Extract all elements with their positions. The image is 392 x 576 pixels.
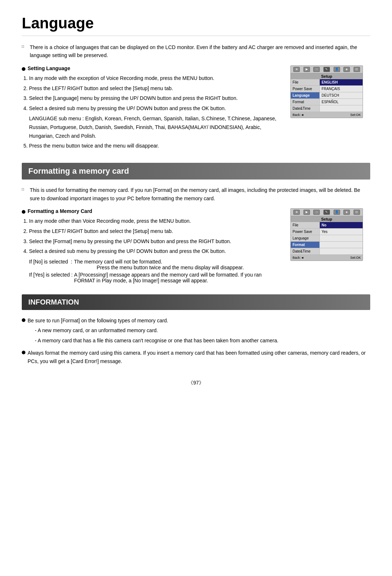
camera-menu-icons-1: ⊕ ▶ □ ✎ 👤 ◈ ⊡ <box>291 66 363 73</box>
info-bullet-1-content: Be sure to run [Format] on the following… <box>28 317 278 347</box>
square-icon-2: □ <box>22 187 27 191</box>
cam-label-5: Date&Time <box>291 105 320 112</box>
cam2-row-3: Language <box>291 235 363 242</box>
cam-label-4: Format <box>291 99 320 105</box>
info-sub-list-1: - A new memory card, or an unformatted m… <box>28 326 278 345</box>
cam-icon-6: ◈ <box>343 67 350 72</box>
language-intro-block: □ There is a choice of languages that ca… <box>22 43 370 60</box>
cam-value-4: ESPAÑOL <box>320 99 363 105</box>
formatting-steps-label: Formatting a Memory Card <box>28 208 92 214</box>
cam2-label-2: Power Save <box>291 229 320 235</box>
if-yes-row: If [Yes] is selected : A [Processing!] m… <box>29 270 283 283</box>
bullet-dot <box>22 67 25 71</box>
if-yes-text: A [Processing!] message appears and the … <box>74 270 283 283</box>
camera-menu-1: ⊕ ▶ □ ✎ 👤 ◈ ⊡ Setup File ENGLISH Power S… <box>290 65 363 118</box>
cam-icon-2-2: ▶ <box>303 210 310 215</box>
if-blocks: If [No] is selected : The memory card wi… <box>22 259 283 283</box>
setting-language-label: Setting Language <box>28 65 70 71</box>
cam-row-2: Power Save FRANÇAIS <box>291 86 363 92</box>
cam-icon-7: ⊡ <box>354 67 360 72</box>
cam-icon-5: 👤 <box>334 67 340 72</box>
formatting-content: Formatting a Memory Card In any mode oth… <box>22 208 370 283</box>
footer-set-2: Set:OK <box>350 256 361 259</box>
if-table: If [No] is selected : The memory card wi… <box>29 259 283 283</box>
setting-language-header: Setting Language <box>22 65 283 71</box>
info-bullet-1-main: Be sure to run [Format] on the following… <box>28 318 168 323</box>
square-icon: □ <box>22 44 27 48</box>
camera-menu-footer-1: Back:◄ Set:OK <box>291 112 363 118</box>
cam-icon-1: ⊕ <box>293 67 300 72</box>
cam-value-1: ENGLISH <box>320 79 363 85</box>
cam2-value-1: No <box>320 222 363 228</box>
formatting-intro-block: □ This is used for formatting the memory… <box>22 186 370 202</box>
cam-icon-3: □ <box>313 67 320 72</box>
cam-row-3: Language DEUTSCH <box>291 92 363 99</box>
cam2-value-4 <box>320 242 363 248</box>
lang-sub-note-text: LANGUAGE sub menu : English, Korean, Fre… <box>29 116 276 139</box>
info-bullet-2: Always format the memory card using this… <box>22 349 370 365</box>
page-number: 《97》 <box>22 380 370 386</box>
cam2-label-3: Language <box>291 235 320 241</box>
cam2-label-4: Format <box>291 242 320 248</box>
camera-menu-title-1: Setup <box>291 73 363 79</box>
cam2-value-2: Yes <box>320 229 363 235</box>
info-sub-1-2: - A memory card that has a file this cam… <box>35 337 278 345</box>
lang-step-4: Select a desired sub menu by pressing th… <box>29 104 283 140</box>
info-dot-2 <box>22 351 25 354</box>
if-no-label: If [No] is selected : <box>29 259 74 270</box>
information-header: INFORMATION <box>22 294 370 310</box>
if-yes-label: If [Yes] is selected : <box>29 270 74 283</box>
bullet-dot-2 <box>22 210 25 214</box>
cam-icon-2-6: ◈ <box>343 210 350 215</box>
lang-step-5: Press the menu button twice and the menu… <box>29 142 283 150</box>
language-intro-text: There is a choice of languages that can … <box>30 43 370 60</box>
information-list: Be sure to run [Format] on the following… <box>22 317 370 365</box>
camera-diagram-1: ⊕ ▶ □ ✎ 👤 ◈ ⊡ Setup File ENGLISH Power S… <box>290 65 370 152</box>
setting-language-section: Setting Language In any mode with the ex… <box>22 65 370 152</box>
info-bullet-2-text: Always format the memory card using this… <box>28 349 370 365</box>
cam-icon-2-1: ⊕ <box>293 210 300 215</box>
cam-row-4: Format ESPAÑOL <box>291 99 363 105</box>
cam2-row-2: Power Save Yes <box>291 229 363 235</box>
cam-value-2: FRANÇAIS <box>320 86 363 92</box>
cam-icon-2-7: ⊡ <box>354 210 360 215</box>
cam-icon-2-5: 👤 <box>334 210 340 215</box>
camera-menu-icons-2: ⊕ ▶ □ ✎ 👤 ◈ ⊡ <box>291 209 363 216</box>
cam-icon-2-4: ✎ <box>323 210 330 215</box>
formatting-header: Formatting a memory card <box>22 163 370 180</box>
lang-step-1: In any mode with the exception of Voice … <box>29 74 283 83</box>
if-no-text: The memory card will not be formatted. P… <box>74 259 283 270</box>
lang-sub-note: LANGUAGE sub menu : English, Korean, Fre… <box>29 114 283 140</box>
cam-icon-2: ▶ <box>303 67 310 72</box>
cam2-value-3 <box>320 235 363 241</box>
formatting-steps-header: Formatting a Memory Card <box>22 208 283 214</box>
page-title: Language <box>22 15 370 36</box>
cam2-label-5: Date&Time <box>291 248 320 254</box>
camera-menu-footer-2: Back:◄ Set:OK <box>291 255 363 261</box>
info-sub-1-1: - A new memory card, or an unformatted m… <box>35 326 278 334</box>
if-no-row: If [No] is selected : The memory card wi… <box>29 259 283 270</box>
formatting-steps-list: In any mode other than Voice Recording m… <box>22 217 283 256</box>
info-dot-1 <box>22 318 25 322</box>
lang-step-3: Select the [Language] menu by pressing t… <box>29 94 283 103</box>
cam-label-1: File <box>291 79 320 85</box>
footer-back-2: Back:◄ <box>293 256 304 259</box>
info-bullet-1: Be sure to run [Format] on the following… <box>22 317 370 347</box>
footer-set-1: Set:OK <box>350 113 361 117</box>
formatting-text-content: Formatting a Memory Card In any mode oth… <box>22 208 283 283</box>
cam-value-3: DEUTSCH <box>320 92 363 98</box>
footer-back-1: Back:◄ <box>293 113 304 117</box>
cam2-row-5: Date&Time <box>291 248 363 255</box>
setting-language-text: Setting Language In any mode with the ex… <box>22 65 283 152</box>
cam2-label-1: File <box>291 222 320 228</box>
cam-icon-4: ✎ <box>323 67 330 72</box>
setting-language-steps: In any mode with the exception of Voice … <box>22 74 283 150</box>
format-step-3: Select the [Format] menu by pressing the… <box>29 237 283 246</box>
cam-row-5: Date&Time <box>291 105 363 112</box>
format-step-4: Select a desired sub menu by pressing th… <box>29 247 283 256</box>
lang-step-2: Press the LEFT/ RIGHT button and select … <box>29 84 283 93</box>
cam-row-1: File ENGLISH <box>291 79 363 86</box>
cam2-row-1: File No <box>291 222 363 229</box>
camera-menu-title-2: Setup <box>291 216 363 222</box>
cam-label-3: Language <box>291 92 320 98</box>
